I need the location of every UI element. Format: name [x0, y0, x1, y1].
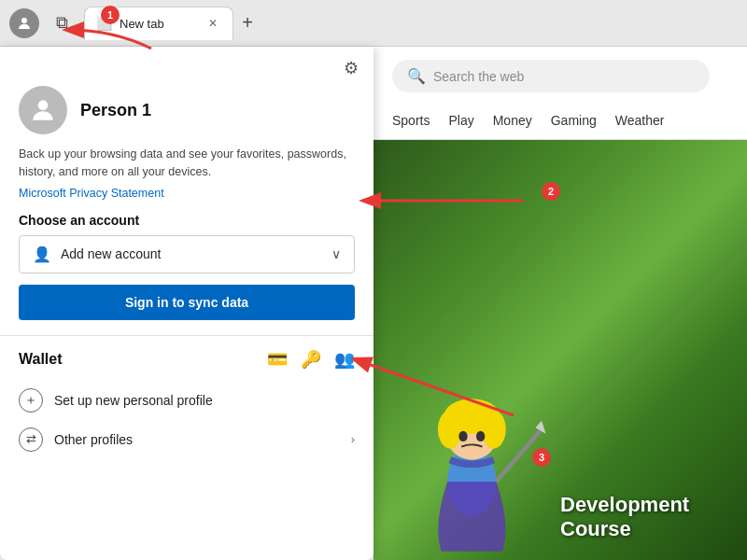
nav-tab-sports[interactable]: Sports	[392, 109, 430, 132]
sign-in-button[interactable]: Sign in to sync data	[19, 285, 355, 320]
tab-switcher-button[interactable]: ⧉	[47, 8, 77, 38]
nav-tab-play[interactable]: Play	[448, 109, 473, 132]
privacy-link[interactable]: Microsoft Privacy Statement	[0, 187, 374, 200]
person-name: Person 1	[80, 101, 151, 120]
svg-point-6	[438, 410, 462, 448]
avatar	[19, 86, 67, 134]
wallet-section: Wallet 💳 🔑 👥 ＋ Set up new personal profi…	[0, 336, 374, 469]
nav-tab-gaming[interactable]: Gaming	[551, 109, 597, 132]
browser-chrome: ⧉ ⬜ New tab ✕ +	[0, 0, 747, 47]
tab-label: New tab	[120, 17, 164, 31]
other-profiles-item[interactable]: ⇄ Other profiles ›	[19, 420, 355, 459]
svg-point-0	[21, 18, 27, 23]
profile-button[interactable]	[9, 8, 39, 38]
chevron-down-icon: ∨	[331, 246, 341, 261]
search-bar-area: 🔍 Search the web	[374, 47, 747, 102]
chevron-right-icon: ›	[351, 432, 355, 446]
person-section: Person 1	[0, 82, 374, 146]
search-placeholder: Search the web	[433, 69, 524, 84]
add-account-label: Add new account	[61, 246, 161, 261]
tab-bar: ⬜ New tab ✕ +	[84, 0, 738, 46]
key-icon-button[interactable]: 🔑	[301, 349, 321, 370]
hero-text: Development Course	[560, 493, 747, 541]
setup-profile-item[interactable]: ＋ Set up new personal profile	[19, 381, 355, 420]
new-tab-button[interactable]: +	[233, 9, 261, 37]
hero-image: Development Course	[374, 140, 747, 560]
settings-button[interactable]: ⚙	[344, 58, 359, 78]
svg-point-1	[38, 100, 49, 110]
nav-tabs: Sports Play Money Gaming Weather	[374, 102, 747, 140]
nav-tab-money[interactable]: Money	[493, 109, 532, 132]
tab-close-button[interactable]: ✕	[204, 15, 221, 32]
wallet-title: Wallet	[19, 351, 63, 368]
active-tab[interactable]: ⬜ New tab ✕	[84, 7, 233, 40]
card-icon-button[interactable]: 💳	[267, 349, 288, 370]
nav-tab-weather[interactable]: Weather	[615, 109, 665, 132]
person-add-icon: 👤	[33, 245, 51, 263]
search-icon: 🔍	[407, 67, 426, 85]
wallet-header: Wallet 💳 🔑 👥	[19, 349, 355, 370]
svg-point-9	[476, 431, 485, 441]
description-text: Back up your browsing data and see your …	[0, 146, 374, 187]
add-account-row[interactable]: 👤 Add new account ∨	[19, 235, 355, 273]
browser-content: 🔍 Search the web Sports Play Money Gamin…	[374, 47, 747, 560]
tab-favicon: ⬜	[96, 16, 112, 31]
add-account-left: 👤 Add new account	[33, 245, 161, 263]
switch-profile-icon: ⇄	[19, 427, 43, 452]
choose-account-label: Choose an account	[0, 213, 374, 235]
hero-character	[383, 299, 570, 560]
svg-point-8	[458, 431, 467, 441]
wallet-icons: 💳 🔑 👥	[267, 349, 355, 370]
plus-icon: ＋	[19, 388, 43, 413]
panel-header: ⚙	[0, 47, 374, 82]
profile-dropdown-panel: ⚙ Person 1 Back up your browsing data an…	[0, 47, 374, 560]
setup-profile-label: Set up new personal profile	[54, 393, 213, 408]
main-area: ⚙ Person 1 Back up your browsing data an…	[0, 47, 747, 560]
accounts-icon-button[interactable]: 👥	[334, 349, 355, 370]
svg-point-7	[482, 410, 506, 448]
search-box[interactable]: 🔍 Search the web	[392, 60, 710, 92]
other-profiles-label: Other profiles	[54, 432, 133, 447]
